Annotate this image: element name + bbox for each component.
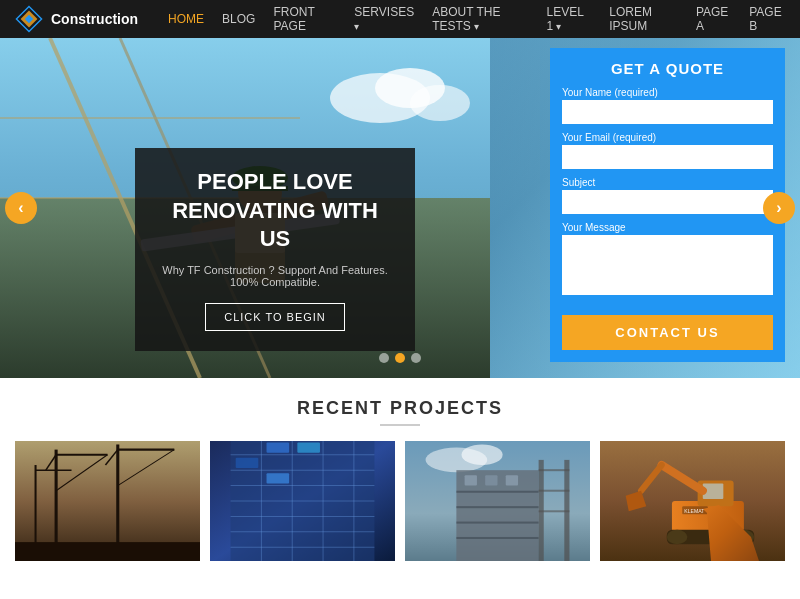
chevron-right-icon: › xyxy=(776,199,781,217)
quote-form-title: GET A QUOTE xyxy=(562,60,773,77)
subject-label: Subject xyxy=(562,177,773,188)
svg-rect-55 xyxy=(456,537,538,539)
section-divider xyxy=(380,424,420,426)
nav-about-tests[interactable]: ABOUT THE TESTS xyxy=(432,5,528,33)
subject-field: Subject xyxy=(562,177,773,214)
svg-rect-52 xyxy=(456,491,538,493)
svg-rect-58 xyxy=(506,475,518,485)
svg-rect-45 xyxy=(297,442,320,452)
email-label: Your Email (required) xyxy=(562,132,773,143)
svg-rect-53 xyxy=(456,506,538,508)
svg-point-72 xyxy=(734,530,755,544)
project-1-image xyxy=(15,441,200,561)
email-field: Your Email (required) xyxy=(562,132,773,169)
chevron-left-icon: ‹ xyxy=(18,199,23,217)
nav-front-page[interactable]: FRONT PAGE xyxy=(273,5,336,33)
nav-servises[interactable]: SERVISES xyxy=(354,5,414,33)
name-field: Your Name (required) xyxy=(562,87,773,124)
project-card-2[interactable] xyxy=(210,441,395,561)
project-3-image xyxy=(405,441,590,561)
name-input[interactable] xyxy=(562,100,773,124)
svg-point-50 xyxy=(462,444,503,465)
svg-rect-57 xyxy=(485,475,497,485)
project-card-3[interactable] xyxy=(405,441,590,561)
svg-rect-30 xyxy=(15,542,200,561)
email-input[interactable] xyxy=(562,145,773,169)
contact-us-button[interactable]: CONTACT US xyxy=(562,315,773,350)
project-2-image xyxy=(210,441,395,561)
project-card-1[interactable] xyxy=(15,441,200,561)
projects-grid: KLEMAT xyxy=(15,441,785,561)
svg-rect-56 xyxy=(465,475,477,485)
slider-dot-2[interactable] xyxy=(395,353,405,363)
navbar: Construction HOME BLOG FRONT PAGE SERVIS… xyxy=(0,0,800,38)
svg-rect-44 xyxy=(267,442,290,452)
nav-links: HOME BLOG FRONT PAGE SERVISES ABOUT THE … xyxy=(168,5,785,33)
recent-projects-title: RECENT PROJECTS xyxy=(15,398,785,419)
svg-rect-54 xyxy=(456,522,538,524)
slider-dot-1[interactable] xyxy=(379,353,389,363)
message-label: Your Message xyxy=(562,222,773,233)
slider-prev-button[interactable]: ‹ xyxy=(5,192,37,224)
slider-dot-3[interactable] xyxy=(411,353,421,363)
svg-text:KLEMAT: KLEMAT xyxy=(684,508,705,514)
project-card-4[interactable]: KLEMAT xyxy=(600,441,785,561)
logo-icon xyxy=(15,5,43,33)
nav-lorem-ipsum[interactable]: LOREM IPSUM xyxy=(609,5,678,33)
message-input[interactable] xyxy=(562,235,773,295)
message-field: Your Message xyxy=(562,222,773,299)
nav-level1[interactable]: LEVEL 1 xyxy=(546,5,591,33)
nav-home[interactable]: HOME xyxy=(168,12,204,26)
logo-text: Construction xyxy=(51,11,138,27)
svg-point-6 xyxy=(410,85,470,121)
hero-section: PEOPLE LOVE RENOVATING WITH US Why TF Co… xyxy=(0,38,800,378)
svg-point-71 xyxy=(667,530,688,544)
svg-rect-46 xyxy=(236,458,259,468)
project-4-image: KLEMAT xyxy=(600,441,785,561)
hero-subtext: Why TF Construction ? Support And Featur… xyxy=(160,264,390,288)
hero-cta-button[interactable]: CLICK TO BEGIN xyxy=(205,303,345,331)
slider-next-button[interactable]: › xyxy=(763,192,795,224)
recent-projects-section: RECENT PROJECTS xyxy=(0,378,800,571)
quote-form: GET A QUOTE Your Name (required) Your Em… xyxy=(550,48,785,362)
nav-blog[interactable]: BLOG xyxy=(222,12,255,26)
svg-rect-63 xyxy=(564,460,569,561)
slider-dots xyxy=(379,353,421,363)
name-label: Your Name (required) xyxy=(562,87,773,98)
hero-text-box: PEOPLE LOVE RENOVATING WITH US Why TF Co… xyxy=(135,148,415,351)
svg-rect-47 xyxy=(267,473,290,483)
nav-page-b[interactable]: PAGE B xyxy=(749,5,785,33)
subject-input[interactable] xyxy=(562,190,773,214)
logo[interactable]: Construction xyxy=(15,5,138,33)
hero-heading: PEOPLE LOVE RENOVATING WITH US xyxy=(160,168,390,254)
nav-page-a[interactable]: PAGE A xyxy=(696,5,731,33)
